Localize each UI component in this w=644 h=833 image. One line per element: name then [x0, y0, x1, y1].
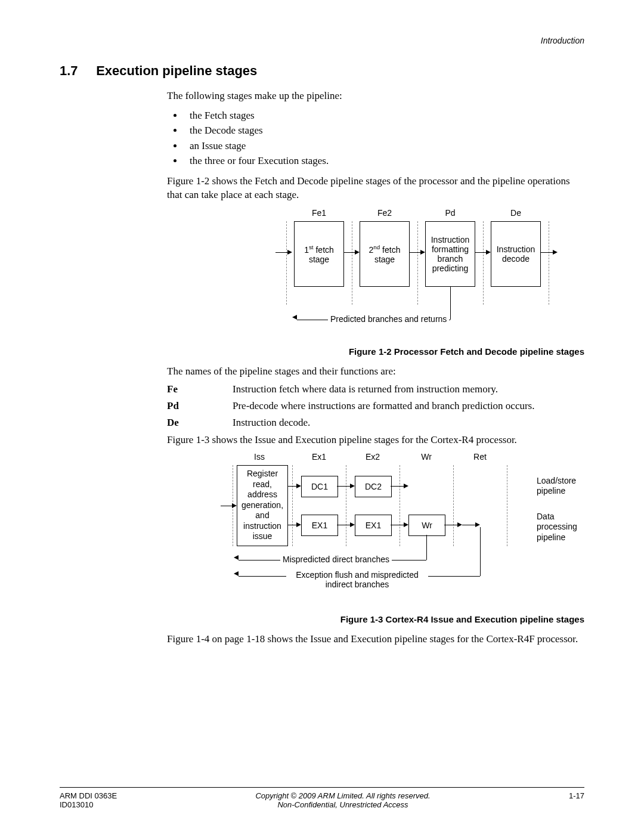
definition-row: Pd Pre-decode where instructions are for…	[167, 400, 584, 412]
def-term: Fe	[167, 383, 233, 395]
paragraph: The names of the pipeline stages and the…	[167, 365, 584, 379]
def-desc: Instruction fetch where data is returned…	[233, 383, 498, 395]
def-desc: Pre-decode where instructions are format…	[233, 400, 535, 412]
stage-divider	[286, 221, 287, 305]
box-fe2: 2nd fetch stage	[360, 221, 410, 287]
label-dataproc: Data processing pipeline	[537, 512, 590, 543]
stage-divider	[352, 221, 352, 305]
page-footer: ARM DDI 0363E ID013010 Copyright © 2009 …	[60, 787, 584, 809]
feedback-label-2: Exception flush and mispredicted indirec…	[286, 570, 428, 589]
stage-divider	[346, 465, 346, 546]
stage-divider	[483, 221, 484, 305]
stage-divider	[549, 221, 549, 305]
definition-list: Fe Instruction fetch where data is retur…	[167, 383, 584, 429]
feedback-line	[450, 287, 451, 320]
definition-row: De Instruction decode.	[167, 417, 584, 429]
pipeline-stage-list: the Fetch stages the Decode stages an Is…	[167, 108, 584, 169]
definition-row: Fe Instruction fetch where data is retur…	[167, 383, 584, 395]
footer-page-number: 1-17	[569, 791, 584, 800]
feedback-label: Predicted branches and returns	[328, 314, 449, 324]
box-pd: Instruction formatting branch predicting	[425, 221, 475, 287]
stage-divider	[400, 465, 400, 546]
box-fe1: 1st fetch stage	[294, 221, 344, 287]
col-label-fe1: Fe1	[292, 208, 346, 218]
col-label-wr: Wr	[402, 452, 450, 462]
box-ex1b: EX1	[355, 515, 392, 536]
figure-1-2: Fe1 Fe2 Pd De 1st fetch stage 2nd fetch …	[286, 208, 584, 339]
def-term: Pd	[167, 400, 233, 412]
list-item: the Fetch stages	[184, 108, 584, 123]
col-label-pd: Pd	[423, 208, 477, 218]
list-item: an Issue stage	[184, 138, 584, 154]
col-label-iss: Iss	[236, 452, 283, 462]
col-label-de: De	[489, 208, 543, 218]
box-dc1: DC1	[301, 476, 338, 497]
box-de: Instruction decode	[491, 221, 541, 287]
figure-1-3: Iss Ex1 Ex2 Wr Ret Register read, addres…	[203, 452, 584, 607]
footer-classification: Non-Confidential, Unrestricted Access	[117, 800, 569, 809]
paragraph: Figure 1-3 shows the Issue and Execution…	[167, 433, 584, 447]
feedback-line	[480, 527, 481, 576]
box-iss: Register read, address generation, and i…	[237, 465, 288, 546]
figure-1-2-caption: Figure 1-2 Processor Fetch and Decode pi…	[167, 346, 584, 357]
col-label-ex2: Ex2	[349, 452, 397, 462]
stage-divider	[417, 221, 418, 305]
box-wr: Wr	[408, 515, 445, 536]
stage-divider	[292, 465, 293, 546]
paragraph: Figure 1-2 shows the Fetch and Decode pi…	[167, 175, 584, 202]
feedback-line	[426, 535, 427, 560]
section-number: 1.7	[60, 63, 92, 79]
footer-doc-num: ARM DDI 0363E	[60, 791, 117, 800]
box-fe2-text: 2nd fetch stage	[363, 244, 407, 264]
paragraph: Figure 1-4 on page 1-18 shows the Issue …	[167, 633, 584, 646]
def-term: De	[167, 417, 233, 429]
col-label-ex1: Ex1	[295, 452, 343, 462]
col-label-ret: Ret	[456, 452, 504, 462]
box-fe1-text: 1st fetch stage	[297, 244, 341, 264]
def-desc: Instruction decode.	[233, 417, 310, 429]
label-loadstore: Load/store pipeline	[537, 476, 584, 497]
figure-1-3-caption: Figure 1-3 Cortex-R4 Issue and Execution…	[167, 614, 584, 624]
section-heading: 1.7 Execution pipeline stages	[60, 63, 584, 79]
box-ex1: EX1	[301, 515, 338, 536]
intro-paragraph: The following stages make up the pipelin…	[167, 89, 584, 103]
col-label-fe2: Fe2	[358, 208, 411, 218]
feedback-label-1: Mispredicted direct branches	[280, 555, 392, 564]
footer-copyright: Copyright © 2009 ARM Limited. All rights…	[117, 791, 569, 800]
running-head: Introduction	[60, 36, 584, 45]
stage-divider	[507, 465, 507, 546]
list-item: the Decode stages	[184, 123, 584, 138]
box-dc2: DC2	[355, 476, 392, 497]
stage-divider	[453, 465, 454, 546]
footer-doc-id: ID013010	[60, 800, 117, 809]
section-title: Execution pipeline stages	[96, 63, 257, 78]
list-item: the three or four Execution stages.	[184, 153, 584, 169]
